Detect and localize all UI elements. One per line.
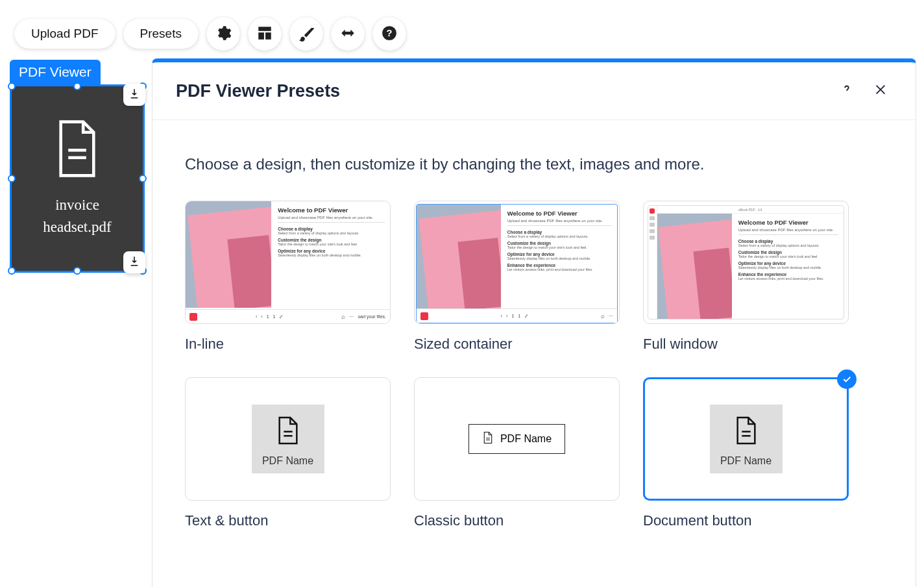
- settings-button[interactable]: [206, 17, 240, 51]
- pdf-name-label: PDF Name: [720, 455, 772, 467]
- brush-icon: [298, 25, 315, 44]
- close-icon: [873, 82, 888, 99]
- preset-text-button[interactable]: PDF Name Text & button: [185, 377, 391, 529]
- file-icon: [53, 119, 102, 181]
- design-button[interactable]: [289, 17, 323, 51]
- resize-handle[interactable]: [139, 175, 147, 182]
- file-icon: [482, 431, 494, 447]
- file-icon: [275, 415, 301, 449]
- resize-handle[interactable]: [8, 175, 16, 182]
- svg-text:?: ?: [386, 27, 392, 38]
- selected-check-icon: [837, 369, 857, 389]
- download-chip[interactable]: [123, 84, 145, 106]
- gear-icon: [215, 25, 232, 44]
- widget-body[interactable]: invoice headset.pdf: [10, 84, 145, 273]
- resize-handle[interactable]: [73, 267, 81, 275]
- widget-title: PDF Viewer: [10, 60, 101, 84]
- help-icon: ?: [381, 25, 398, 44]
- presets-button[interactable]: Presets: [123, 19, 199, 49]
- panel-close-button[interactable]: [869, 79, 892, 103]
- panel-help-button[interactable]: [835, 79, 858, 103]
- upload-pdf-button[interactable]: Upload PDF: [14, 19, 116, 49]
- resize-handle[interactable]: [8, 267, 16, 275]
- preset-full-window[interactable]: eBook.PDF · 1/1 Welcome to PDF Viewer Up…: [643, 201, 849, 353]
- download-icon: [128, 255, 140, 269]
- pdf-name-label: PDF Name: [500, 433, 552, 445]
- toolbar: Upload PDF Presets ?: [0, 0, 924, 51]
- presets-title: PDF Viewer Presets: [176, 81, 825, 101]
- layout-icon: [256, 25, 273, 44]
- preset-label: Full window: [643, 336, 849, 353]
- preset-document-button[interactable]: PDF Name Document button: [643, 377, 849, 529]
- file-name: invoice headset.pdf: [43, 194, 111, 239]
- preset-label: In-line: [185, 336, 391, 353]
- preset-classic-button[interactable]: PDF Name Classic button: [414, 377, 620, 529]
- file-icon: [733, 415, 759, 449]
- pdf-icon: [189, 313, 197, 321]
- search-icon: ⌕: [341, 313, 345, 320]
- download-chip[interactable]: [123, 251, 145, 273]
- resize-handle[interactable]: [8, 82, 16, 90]
- help-icon: [840, 82, 854, 99]
- layout-button[interactable]: [248, 17, 282, 51]
- presets-panel: PDF Viewer Presets Choose a design, then…: [152, 58, 916, 587]
- presets-grid: Welcome to PDF Viewer Upload and showcas…: [185, 201, 883, 529]
- resize-handle[interactable]: [73, 82, 81, 90]
- presets-header: PDF Viewer Presets: [152, 62, 916, 120]
- horizontal-arrows-icon: [339, 25, 356, 44]
- search-icon: ⌕: [601, 312, 605, 319]
- preset-inline[interactable]: Welcome to PDF Viewer Upload and showcas…: [185, 201, 391, 353]
- download-icon: [128, 88, 140, 102]
- presets-subtitle: Choose a design, then customize it by ch…: [185, 155, 883, 173]
- preset-label: Classic button: [414, 512, 620, 529]
- pdf-icon: [420, 312, 428, 320]
- preset-sized-container[interactable]: Welcome to PDF Viewer Upload and showcas…: [414, 201, 620, 353]
- help-button[interactable]: ?: [372, 17, 406, 51]
- pdf-name-label: PDF Name: [262, 455, 313, 467]
- pdf-viewer-widget[interactable]: PDF Viewer invoice headset.pdf: [10, 60, 145, 273]
- preset-label: Text & button: [185, 512, 391, 529]
- stretch-button[interactable]: [331, 17, 365, 51]
- preset-label: Document button: [643, 512, 849, 529]
- preset-label: Sized container: [414, 336, 620, 353]
